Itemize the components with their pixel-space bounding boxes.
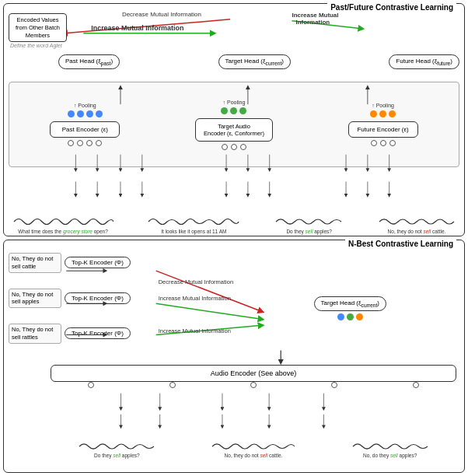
dot-orange-1 xyxy=(370,110,377,117)
waveform-2 xyxy=(147,215,240,229)
bottom-target-head: Target Head (ξcurrent) xyxy=(314,296,386,320)
nbest-text-3: No, They do not sell rattles xyxy=(9,324,61,344)
future-encoder-column: ↑ Pooling Future Encoder (ε) xyxy=(348,103,418,146)
future-head-box: Future Head (ξfuture) xyxy=(389,54,459,69)
past-input-dots xyxy=(68,140,102,146)
future-pooling-label: ↑ Pooling xyxy=(372,103,394,108)
input-dot xyxy=(96,140,102,146)
input-dot xyxy=(250,382,257,388)
bottom-target-head-box: Target Head (ξcurrent) xyxy=(314,296,386,311)
dot-orange-2 xyxy=(379,110,386,117)
past-encoder-box: Past Encoder (ε) xyxy=(50,121,120,138)
heads-row: Past Head (ξpast) Target Head (ξcurrent)… xyxy=(58,54,459,69)
main-container: Past/Future Contrastive Learning Encoded… xyxy=(0,0,468,476)
nbest-row-3: No, They do not sell rattles Top-K Encod… xyxy=(9,324,131,344)
define-word-label: Define the word Aglet xyxy=(10,43,62,48)
nbest-row-2: No, They do not sell apples Top-K Encode… xyxy=(9,289,131,309)
dot-orange xyxy=(356,313,363,320)
svg-text:Increase Mutual: Increase Mutual xyxy=(292,12,338,19)
input-dot xyxy=(389,140,396,146)
input-dot xyxy=(68,140,74,146)
dot-green-2 xyxy=(230,107,237,114)
target-dots xyxy=(221,107,246,114)
bottom-section-title: N-Best Contrastive Learning xyxy=(345,240,456,248)
svg-text:Decrease Mutual Information: Decrease Mutual Information xyxy=(159,278,234,285)
topk-box-1: Top-K Encoder (Φ) xyxy=(65,257,131,268)
svg-text:Information: Information xyxy=(295,19,330,26)
input-dot xyxy=(380,140,386,146)
encoders-section: ↑ Pooling Past Encoder (ε) xyxy=(9,82,459,167)
topk-box-2: Top-K Encoder (Φ) xyxy=(65,292,131,304)
dot-blue xyxy=(337,313,344,320)
target-encoder-column: ↑ Pooling Target AudioEncoder (ε, Confor… xyxy=(195,100,273,150)
top-section: Past/Future Contrastive Learning Encoded… xyxy=(3,3,465,236)
waveform-3 xyxy=(274,215,344,229)
input-dot xyxy=(222,144,228,150)
input-dot xyxy=(86,140,93,146)
input-dot xyxy=(413,382,419,388)
bottom-waveform-1 xyxy=(78,440,155,453)
target-encoder-box: Target AudioEncoder (ε, Conformer) xyxy=(195,118,273,142)
input-dot xyxy=(77,140,83,146)
input-dot xyxy=(240,144,246,150)
nbest-rows: No, They do not sell cattle Top-K Encode… xyxy=(9,253,131,344)
svg-text:Increase Mutual Information: Increase Mutual Information xyxy=(159,295,231,302)
nbest-text-1: No, They do not sell cattle xyxy=(9,253,61,273)
nbest-text-2: No, They do not sell apples xyxy=(9,289,61,309)
dot-blue-2 xyxy=(77,110,84,117)
waveform-1 xyxy=(12,215,114,229)
svg-text:Decrease Mutual Information: Decrease Mutual Information xyxy=(122,11,201,18)
bottom-input-dots-row xyxy=(51,382,456,388)
svg-text:Increase Mutual Information: Increase Mutual Information xyxy=(91,24,183,32)
bottom-section: N-Best Contrastive Learning Decrease Mut… xyxy=(3,240,465,473)
nbest-row-1: No, They do not sell cattle Top-K Encode… xyxy=(9,253,131,273)
past-encoder-column: ↑ Pooling Past Encoder (ε) xyxy=(50,103,120,146)
target-input-dots xyxy=(222,144,246,150)
past-pooling-label: ↑ Pooling xyxy=(74,103,96,108)
top-section-title: Past/Future Contrastive Learning xyxy=(327,3,456,12)
input-dot xyxy=(371,140,377,146)
future-dots xyxy=(370,110,396,117)
dot-green xyxy=(347,313,354,320)
dot-green-1 xyxy=(221,107,228,114)
input-dot xyxy=(331,382,337,388)
past-head-box: Past Head (ξpast) xyxy=(58,54,120,69)
input-dot xyxy=(169,382,176,388)
input-dot xyxy=(231,144,237,150)
svg-text:Increase Mutual Information: Increase Mutual Information xyxy=(159,327,231,334)
bottom-waveforms: Do they sell apples? No, they do not sel… xyxy=(51,440,456,458)
future-encoder-box: Future Encoder (ε) xyxy=(348,121,418,138)
bottom-target-dots xyxy=(337,313,363,320)
bottom-waveform-2 xyxy=(211,440,296,453)
dot-orange-3 xyxy=(389,110,396,117)
future-input-dots xyxy=(371,140,396,146)
encoded-values-box: Encoded Values from Other Batch Members xyxy=(9,13,67,42)
dot-green-3 xyxy=(239,107,246,114)
waveform-4 xyxy=(378,215,456,229)
dot-blue-3 xyxy=(86,110,93,117)
bottom-waveform-3 xyxy=(351,440,429,453)
dot-blue-4 xyxy=(96,110,103,117)
topk-box-3: Top-K Encoder (Φ) xyxy=(65,327,131,339)
audio-encoder-box: Audio Encoder (See above) xyxy=(51,365,456,382)
dot-blue-1 xyxy=(68,110,75,117)
target-head-box: Target Head (ξcurrent) xyxy=(218,54,291,69)
target-pooling-label: ↑ Pooling xyxy=(223,100,246,105)
past-dots xyxy=(68,110,103,117)
input-dot xyxy=(88,382,94,388)
